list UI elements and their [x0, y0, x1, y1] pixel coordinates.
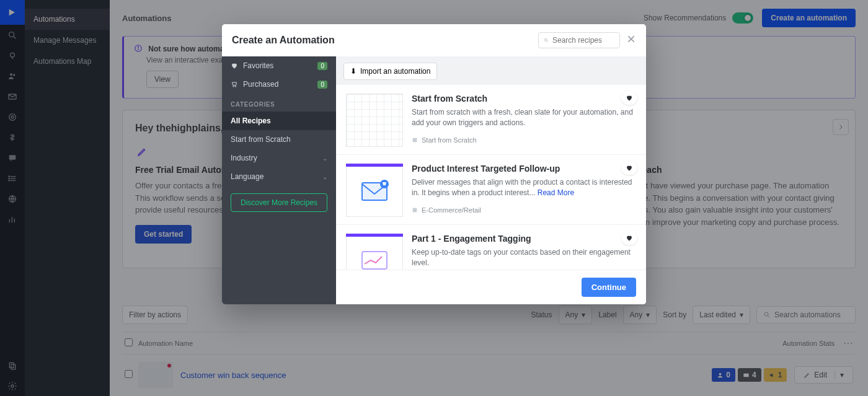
sidebar-cat-industry[interactable]: Industry⌄	[222, 149, 336, 167]
discover-more-button[interactable]: Discover More Recipes	[231, 193, 327, 212]
favorite-button[interactable]	[621, 91, 637, 105]
tag-icon	[412, 207, 418, 213]
close-icon[interactable]	[626, 34, 636, 47]
svg-line-34	[547, 41, 548, 42]
heart-icon	[626, 234, 633, 242]
heart-icon	[626, 94, 633, 102]
recipe-tag: E-Commerce/Retail	[412, 206, 636, 214]
chevron-down-icon: ⌄	[322, 155, 327, 162]
svg-point-38	[235, 86, 236, 87]
recipe-title: Start from Scratch	[412, 94, 636, 103]
recipe-desc: Keep up-to-date tags on your contacts ba…	[412, 247, 636, 269]
recipe-desc: Deliver messages that align with the pro…	[412, 177, 636, 199]
sidebar-cat-scratch[interactable]: Start from Scratch	[222, 130, 336, 149]
recipe-search[interactable]	[538, 32, 620, 48]
svg-point-33	[544, 38, 547, 41]
purchased-count: 0	[317, 81, 327, 89]
heart-icon	[626, 164, 633, 172]
recipe-item[interactable]: Part 1 - Engagement Tagging Keep up-to-d…	[336, 225, 646, 270]
modal-main: ⬇ Import an automation Start from Scratc…	[336, 56, 646, 304]
sidebar-cat-all-recipes[interactable]: All Recipes	[222, 112, 336, 130]
download-icon: ⬇	[350, 67, 356, 76]
svg-point-37	[233, 86, 234, 87]
svg-rect-39	[413, 138, 417, 142]
heart-icon	[231, 62, 238, 69]
recipe-thumb-grid	[346, 94, 403, 147]
recipe-title: Part 1 - Engagement Tagging	[412, 234, 636, 244]
search-icon	[544, 37, 549, 44]
continue-button[interactable]: Continue	[582, 278, 636, 297]
favorites-count: 0	[317, 62, 327, 70]
recipe-thumb-mail	[346, 164, 403, 217]
favorite-button[interactable]	[621, 161, 637, 175]
sidebar-favorites[interactable]: Favorites 0	[222, 56, 336, 75]
cart-icon	[231, 81, 238, 88]
categories-header: CATEGORIES	[222, 94, 336, 112]
recipe-item[interactable]: Start from Scratch Start from scratch wi…	[336, 85, 646, 155]
create-automation-modal: Create an Automation Favorites 0 Purchas…	[222, 24, 646, 304]
recipe-desc: Start from scratch with a fresh, clean s…	[412, 107, 636, 129]
modal-sidebar: Favorites 0 Purchased 0 CATEGORIES All R…	[222, 56, 336, 304]
recipe-item[interactable]: Product Interest Targeted Follow-up Deli…	[336, 155, 646, 225]
svg-rect-43	[362, 252, 387, 269]
svg-rect-42	[413, 208, 417, 212]
modal-header: Create an Automation	[222, 24, 646, 56]
sidebar-purchased[interactable]: Purchased 0	[222, 75, 336, 94]
recipe-thumb-chart	[346, 234, 403, 270]
import-automation-button[interactable]: ⬇ Import an automation	[343, 63, 437, 80]
favorite-button[interactable]	[621, 231, 637, 245]
tag-icon	[412, 137, 418, 143]
recipe-list[interactable]: Start from Scratch Start from scratch wi…	[336, 85, 646, 270]
modal-title: Create an Automation	[232, 35, 538, 46]
recipe-tag: Start from Scratch	[412, 136, 636, 144]
sidebar-cat-language[interactable]: Language⌄	[222, 167, 336, 186]
recipe-search-input[interactable]	[552, 36, 614, 45]
chevron-down-icon: ⌄	[322, 174, 327, 180]
recipe-title: Product Interest Targeted Follow-up	[412, 164, 636, 174]
read-more-link[interactable]: Read More	[538, 188, 574, 197]
modal-footer: Continue	[336, 270, 646, 304]
